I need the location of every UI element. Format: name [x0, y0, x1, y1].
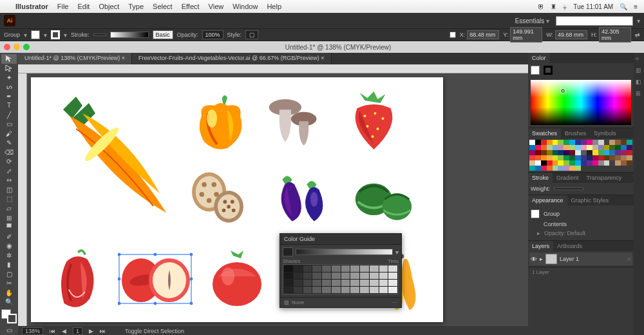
gradient-tab[interactable]: Gradient	[553, 173, 583, 183]
sel-menu-icon[interactable]: ▾	[24, 32, 27, 39]
swatch[interactable]	[592, 150, 598, 155]
swatch[interactable]	[569, 155, 575, 160]
visibility-eye-icon[interactable]: 👁	[531, 256, 537, 263]
swatch[interactable]	[581, 140, 587, 145]
swatch[interactable]	[535, 160, 541, 166]
swatch[interactable]	[621, 160, 627, 166]
zoom-window-icon[interactable]	[23, 44, 30, 50]
shade-cell[interactable]	[322, 280, 331, 286]
symbol-sprayer-tool[interactable]: ✲	[1, 251, 17, 260]
swatch[interactable]	[581, 145, 587, 150]
symbols-tab[interactable]: Symbols	[590, 128, 620, 139]
brush-basic[interactable]: Basic	[153, 30, 173, 39]
shade-cell[interactable]	[294, 273, 303, 279]
shade-cell[interactable]	[332, 265, 341, 272]
horizontal-ruler[interactable]	[18, 64, 528, 73]
swatch[interactable]	[535, 155, 541, 160]
paintbrush-tool[interactable]: 🖌	[1, 129, 17, 139]
artboard-nav-first-icon[interactable]: ⏮	[50, 328, 55, 334]
swatch[interactable]	[558, 160, 564, 166]
swatch[interactable]	[575, 160, 581, 166]
zoom-tool[interactable]: 🔍	[1, 297, 17, 307]
shade-cell[interactable]	[350, 265, 359, 272]
document-tab-1[interactable]: Untitled-1* @ 138% (CMYK/Preview) ×	[18, 53, 132, 64]
shade-grid[interactable]	[283, 264, 399, 294]
swatch[interactable]	[547, 140, 553, 145]
swatch[interactable]	[553, 150, 558, 155]
hand-tool[interactable]: ✋	[1, 288, 17, 298]
artboards-tab[interactable]: Artboards	[553, 241, 586, 251]
swatch[interactable]	[627, 155, 632, 160]
color-guide-options-icon[interactable]: ⋯	[392, 300, 397, 305]
color-tab[interactable]: Color	[528, 53, 550, 63]
menu-select[interactable]: Select	[153, 3, 173, 10]
swatch[interactable]	[529, 166, 535, 171]
direct-selection-tool[interactable]	[1, 64, 17, 73]
column-graph-tool[interactable]: ▮	[1, 260, 17, 269]
swatch[interactable]	[604, 150, 610, 155]
y-input[interactable]: 149.991 mm	[510, 27, 542, 43]
swatch[interactable]	[569, 166, 575, 171]
swatch[interactable]	[587, 145, 592, 150]
appearance-tab[interactable]: Appearance	[528, 195, 567, 206]
free-transform-tool[interactable]: ◫	[1, 185, 17, 195]
swatch[interactable]	[553, 145, 558, 150]
eyedropper-tool[interactable]: ✐	[1, 232, 17, 242]
shade-cell[interactable]	[284, 280, 293, 286]
swatch[interactable]	[529, 145, 535, 150]
swatch[interactable]	[564, 140, 569, 145]
swatch[interactable]	[564, 166, 569, 171]
swatch[interactable]	[615, 160, 621, 166]
shade-cell[interactable]	[332, 280, 341, 286]
zoom-level[interactable]: 138%	[22, 327, 43, 335]
color-guide-panel[interactable]: Color Guide ▾ ShadesTints ▨None⋯	[279, 233, 402, 308]
menu-effect[interactable]: Effect	[182, 3, 200, 10]
fill-swatch[interactable]	[31, 30, 40, 39]
target-icon[interactable]: ○	[628, 256, 631, 262]
swatch[interactable]	[627, 140, 632, 145]
swatch[interactable]	[558, 166, 564, 171]
stroke-weight-input[interactable]	[93, 34, 106, 36]
swatch[interactable]	[592, 140, 598, 145]
shade-cell[interactable]	[370, 280, 379, 286]
spotlight-icon[interactable]: 🔍	[620, 3, 627, 10]
swatch[interactable]	[604, 160, 610, 166]
swatch[interactable]	[621, 140, 627, 145]
status-shield-icon[interactable]: ⛨	[538, 3, 544, 10]
rectangle-tool[interactable]: ▭	[1, 120, 17, 129]
none-swatch-icon[interactable]: ▨	[284, 300, 289, 305]
pepper-illustration[interactable]	[50, 245, 108, 316]
swatch[interactable]	[598, 145, 604, 150]
carrots-illustration[interactable]	[44, 90, 173, 219]
swatch[interactable]	[541, 145, 547, 150]
brush-def-preview[interactable]	[110, 32, 149, 38]
color-fill-swatch[interactable]	[531, 66, 540, 75]
shade-cell[interactable]	[284, 273, 293, 279]
screen-mode-icon[interactable]: ▭	[1, 326, 17, 335]
harmony-dd-icon[interactable]: ▾	[395, 249, 399, 256]
swatch[interactable]	[558, 140, 564, 145]
shade-cell[interactable]	[341, 287, 350, 293]
swatch[interactable]	[547, 155, 553, 160]
shade-cell[interactable]	[312, 265, 321, 272]
swatch[interactable]	[529, 150, 535, 155]
panel-icon[interactable]: ◧	[636, 79, 642, 85]
help-search-input[interactable]	[556, 16, 633, 26]
panel-icon[interactable]: ▥	[636, 67, 642, 73]
swatch[interactable]	[547, 145, 553, 150]
swatch[interactable]	[575, 166, 581, 171]
swatch[interactable]	[535, 150, 541, 155]
shade-cell[interactable]	[350, 287, 359, 293]
swatch[interactable]	[609, 150, 615, 155]
swatch[interactable]	[569, 140, 575, 145]
artboard-tool[interactable]: ▢	[1, 269, 17, 279]
swatch[interactable]	[558, 145, 564, 150]
swatch[interactable]	[541, 166, 547, 171]
shade-cell[interactable]	[303, 265, 312, 272]
clock[interactable]: Tue 11:01 AM	[573, 3, 613, 10]
shade-cell[interactable]	[379, 280, 388, 286]
artboard-index[interactable]: 1	[73, 327, 82, 335]
swatch[interactable]	[575, 140, 581, 145]
swatch[interactable]	[541, 155, 547, 160]
swatch[interactable]	[592, 145, 598, 150]
